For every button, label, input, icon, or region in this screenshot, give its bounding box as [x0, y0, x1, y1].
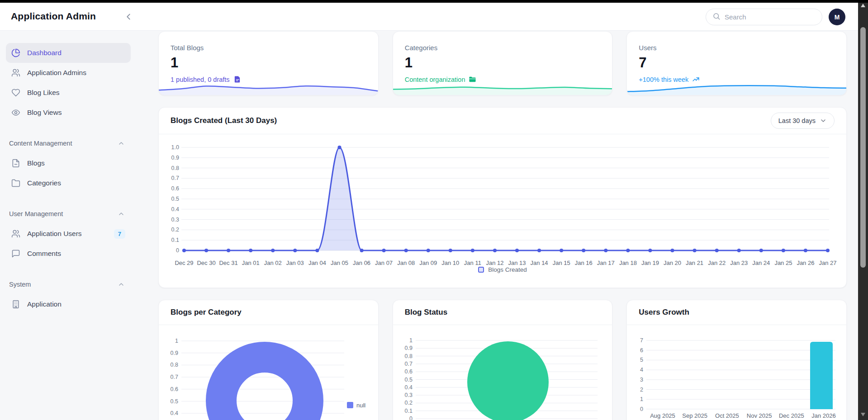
sidebar-item-label: Dashboard — [27, 49, 62, 57]
svg-text:0.9: 0.9 — [171, 155, 179, 161]
section-user-management[interactable]: User Management — [0, 204, 137, 224]
svg-text:0.7: 0.7 — [404, 361, 412, 367]
svg-text:Jan 19: Jan 19 — [641, 260, 659, 266]
bar-chart: 76543210Aug 2025Sep 2025Oct 2025Nov 2025… — [631, 326, 844, 420]
doughnut-legend[interactable]: null — [347, 402, 365, 409]
sidebar-item-blog-views[interactable]: Blog Views — [6, 103, 131, 123]
chevron-up-icon — [118, 140, 125, 147]
svg-text:Jan 13: Jan 13 — [508, 260, 526, 266]
chart-card-title: Users Growth — [639, 308, 689, 317]
sparkline-chart — [159, 81, 378, 95]
svg-text:0.7: 0.7 — [171, 175, 179, 181]
svg-text:Jan 26: Jan 26 — [797, 260, 814, 266]
svg-text:Jan 06: Jan 06 — [353, 260, 370, 266]
stat-card-users: Users7+100% this week — [626, 31, 847, 95]
svg-text:0.8: 0.8 — [171, 165, 179, 171]
svg-text:Jan 01: Jan 01 — [242, 260, 260, 266]
section-content-management[interactable]: Content Management — [0, 133, 137, 153]
range-selector-value: Last 30 days — [778, 117, 816, 124]
svg-text:Nov 2025: Nov 2025 — [747, 412, 772, 419]
svg-text:0.5: 0.5 — [171, 196, 179, 202]
sparkline-chart — [627, 81, 846, 95]
blogs-created-chart-card: Blogs Created (Last 30 Days) Last 30 day… — [158, 107, 847, 288]
svg-text:0.3: 0.3 — [171, 217, 179, 223]
bar[interactable] — [810, 342, 833, 409]
svg-text:Jan 07: Jan 07 — [375, 260, 393, 266]
chart-card-blog-status: Blog Status10.90.80.70.60.50.40.30.20.10 — [393, 300, 613, 420]
svg-text:0.4: 0.4 — [171, 410, 178, 416]
app-header: Application Admin M — [0, 3, 858, 31]
sidebar-item-comments[interactable]: Comments — [6, 244, 131, 264]
sidebar-item-blog-likes[interactable]: Blog Likes — [6, 83, 131, 103]
chart-card-header: Blogs per Category — [159, 300, 378, 325]
sidebar-item-application-users[interactable]: Application Users7 — [6, 224, 131, 244]
doughnut-slice[interactable] — [221, 357, 308, 420]
people-icon — [11, 68, 20, 77]
svg-text:Jan 16: Jan 16 — [575, 260, 593, 266]
svg-text:0: 0 — [640, 406, 643, 412]
svg-text:Dec 2025: Dec 2025 — [779, 412, 804, 419]
svg-text:Jan 22: Jan 22 — [708, 260, 726, 266]
scroll-down-arrow[interactable] — [858, 411, 868, 419]
chevron-down-icon — [820, 117, 827, 124]
sidebar-item-dashboard[interactable]: Dashboard — [6, 43, 131, 63]
svg-text:Jan 08: Jan 08 — [397, 260, 415, 266]
search-icon — [712, 12, 721, 22]
svg-text:0: 0 — [409, 415, 413, 420]
svg-text:1.0: 1.0 — [171, 144, 179, 151]
stat-card-categories: Categories1Content organization — [393, 31, 613, 95]
search-input[interactable] — [725, 13, 816, 21]
scrollbar[interactable] — [858, 0, 868, 420]
chevron-up-icon — [118, 281, 125, 288]
svg-text:3: 3 — [640, 377, 643, 383]
stat-card-label: Categories — [405, 44, 601, 52]
sidebar-item-label: Categories — [27, 179, 61, 187]
svg-text:0.5: 0.5 — [171, 398, 178, 405]
scrollbar-thumb[interactable] — [860, 27, 866, 268]
stat-card-label: Total Blogs — [171, 44, 366, 52]
sidebar-item-application[interactable]: Application — [6, 294, 131, 314]
stat-card-row: Total Blogs11 published, 0 draftsCategor… — [158, 31, 847, 95]
collapse-sidebar-button[interactable] — [123, 12, 134, 23]
file-icon — [11, 159, 20, 168]
svg-text:0.4: 0.4 — [171, 206, 179, 212]
sidebar-item-categories[interactable]: Categories — [6, 173, 131, 193]
svg-text:Jan 12: Jan 12 — [486, 260, 503, 266]
user-count-badge: 7 — [114, 229, 125, 239]
svg-text:Jan 04: Jan 04 — [308, 260, 326, 266]
section-system[interactable]: System — [0, 274, 137, 294]
pie-slice[interactable] — [467, 341, 549, 420]
svg-text:Jan 20: Jan 20 — [664, 260, 681, 266]
sidebar-item-label: Application Admins — [27, 69, 86, 77]
people-icon — [11, 229, 20, 238]
svg-text:2: 2 — [640, 387, 643, 393]
chevron-up-icon — [118, 210, 125, 217]
chart-card-header: Blogs Created (Last 30 Days) Last 30 day… — [159, 108, 846, 134]
search-box[interactable] — [706, 9, 822, 25]
sidebar-item-blogs[interactable]: Blogs — [6, 153, 131, 173]
eye-icon — [11, 108, 20, 117]
main-chart-title: Blogs Created (Last 30 Days) — [171, 116, 277, 125]
svg-text:Dec 30: Dec 30 — [197, 260, 215, 266]
svg-text:Sep 2025: Sep 2025 — [683, 412, 708, 419]
sidebar-item-application-admins[interactable]: Application Admins — [6, 63, 131, 83]
user-avatar[interactable]: M — [829, 9, 845, 25]
pie-chart-icon — [11, 48, 20, 57]
svg-text:Oct 2025: Oct 2025 — [715, 412, 739, 419]
svg-text:0.4: 0.4 — [404, 384, 412, 391]
chart-legend[interactable]: Blogs Created — [159, 266, 846, 273]
stat-card-value: 1 — [405, 56, 601, 70]
svg-text:Aug 2025: Aug 2025 — [650, 412, 675, 419]
chevron-left-icon — [123, 16, 133, 23]
svg-text:0.6: 0.6 — [171, 386, 178, 392]
legend-label: Blogs Created — [488, 266, 527, 273]
stat-card-total-blogs: Total Blogs11 published, 0 drafts — [158, 31, 379, 95]
svg-text:Jan 14: Jan 14 — [531, 260, 548, 266]
svg-text:Jan 05: Jan 05 — [331, 260, 348, 266]
svg-text:1: 1 — [175, 338, 178, 344]
svg-text:0.7: 0.7 — [171, 374, 178, 380]
svg-text:1: 1 — [409, 337, 413, 344]
svg-text:null: null — [356, 402, 365, 409]
range-selector-button[interactable]: Last 30 days — [771, 113, 835, 129]
svg-text:4: 4 — [640, 367, 643, 373]
